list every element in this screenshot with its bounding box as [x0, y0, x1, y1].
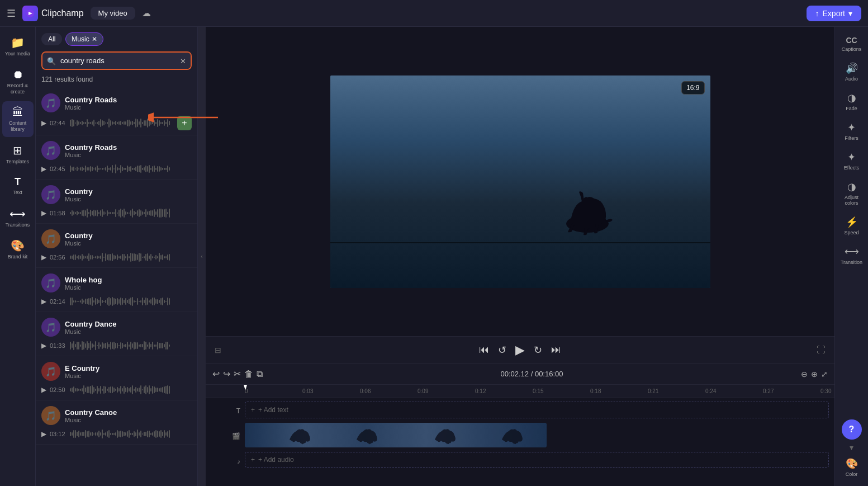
skip-back-button[interactable]: ⏮ [479, 344, 489, 356]
fullscreen-icon[interactable]: ⛶ [817, 345, 826, 355]
music-duration: 02:44 [50, 120, 67, 126]
ruler-mark: 0:12 [475, 388, 486, 394]
horse-silhouette [554, 187, 621, 238]
search-container: 🔍 ✕ [41, 51, 192, 70]
music-play-button[interactable]: ▶ [41, 298, 46, 305]
music-title: Country Canoe [65, 408, 192, 417]
music-item: 🎵 Country Roads Music ▶ 02:45 [36, 135, 197, 180]
results-count: 121 results found [36, 73, 197, 88]
video-track-content[interactable] [245, 423, 834, 450]
music-item-header: 🎵 E Country Music [41, 362, 192, 381]
music-controls: ▶ 02:44 + [41, 116, 192, 130]
clear-search-icon[interactable]: ✕ [180, 56, 186, 65]
export-button[interactable]: ↑ Export ▾ [807, 6, 861, 21]
menu-icon[interactable]: ☰ [7, 7, 16, 20]
music-play-button[interactable]: ▶ [41, 165, 46, 173]
sidebar-label-text: Text [13, 190, 22, 196]
aspect-ratio-badge[interactable]: 16:9 [681, 81, 704, 95]
panel-collapse-handle[interactable]: ‹ [198, 27, 206, 486]
audio-track-content[interactable]: + + Add audio [245, 452, 834, 471]
music-controls: ▶ 03:12 [41, 428, 192, 440]
subtitle-icon[interactable]: ⊟ [215, 346, 221, 355]
ruler-mark: 0:18 [590, 388, 601, 394]
content-panel: All Music ✕ 🔍 ✕ 121 results found 🎵 Coun… [36, 27, 198, 486]
delete-button[interactable]: 🗑 [244, 369, 253, 379]
skip-forward-button[interactable]: ⏭ [551, 344, 561, 356]
music-play-button[interactable]: ▶ [41, 386, 46, 394]
audio-track-row: ♪ + + Add audio [206, 452, 834, 471]
duplicate-button[interactable]: ⧉ [257, 369, 263, 379]
music-title: Country Roads [65, 143, 192, 152]
right-panel-fade[interactable]: ◑ Fade [836, 87, 867, 116]
music-controls: ▶ 01:58 [41, 207, 192, 219]
sidebar-item-brand-kit[interactable]: 🎨 Brand kit [2, 234, 34, 265]
text-track-content[interactable]: + + Add text [245, 402, 834, 421]
add-audio-track[interactable]: + + Add audio [245, 452, 829, 468]
music-title: Country [65, 232, 192, 240]
sidebar-item-your-media[interactable]: 📁 Your media [2, 31, 34, 62]
music-play-button[interactable]: ▶ [41, 253, 46, 261]
video-title[interactable]: My video [91, 7, 135, 20]
music-item-header: 🎵 Country Roads Music [41, 141, 192, 160]
music-waveform [70, 117, 174, 129]
video-clip[interactable] [245, 423, 547, 447]
music-album-icon: 🎵 [41, 318, 60, 337]
right-panel-chevron[interactable]: ▾ [850, 443, 853, 452]
music-play-button[interactable]: ▶ [41, 430, 46, 438]
adjust-colors-icon: ◑ [847, 181, 856, 193]
music-play-button[interactable]: ▶ [41, 119, 46, 127]
sidebar-item-transitions[interactable]: ⟷ Transitions [2, 202, 34, 233]
music-play-button[interactable]: ▶ [41, 209, 46, 217]
right-panel-speed[interactable]: ⚡ Speed [836, 211, 867, 240]
music-item-header: 🎵 Country Roads Music [41, 93, 192, 112]
redo-button[interactable]: ↪ [223, 369, 230, 379]
search-input[interactable] [42, 53, 191, 69]
audio-icon: 🔊 [846, 62, 858, 74]
fast-forward-button[interactable]: ↻ [534, 344, 542, 356]
export-chevron-icon: ▾ [848, 9, 852, 18]
video-track-row: 🎬 [206, 423, 834, 450]
add-text-track[interactable]: + + Add text [245, 402, 829, 418]
text-icon: T [15, 176, 21, 188]
filter-music-tag[interactable]: Music ✕ [65, 32, 103, 46]
sidebar-item-templates[interactable]: ⊞ Templates [2, 139, 34, 169]
music-play-button[interactable]: ▶ [41, 342, 46, 350]
right-panel-color[interactable]: 🎨 Color [836, 453, 867, 482]
sidebar-label-brand-kit: Brand kit [8, 254, 28, 260]
app-name[interactable]: Clipchamp [41, 8, 84, 18]
sidebar-item-content-library[interactable]: 🏛 Content library [2, 101, 34, 137]
play-button[interactable]: ▶ [515, 343, 525, 357]
music-title: E Country [65, 364, 192, 372]
music-item: 🎵 E Country Music ▶ 02:50 [36, 356, 197, 400]
video-area: 16:9 ⊟ ⏮ ↺ ▶ ↻ ⏭ ⛶ ↩ ↪ ✂ 🗑 ⧉ 00:02.12 / … [206, 27, 834, 486]
video-track-label: 🎬 [206, 432, 245, 440]
sync-icon: ☁ [142, 8, 151, 18]
right-panel-transition[interactable]: ⟷ Transition [836, 241, 867, 270]
right-panel-captions[interactable]: CC Captions [836, 31, 867, 56]
music-album-icon: 🎵 [41, 229, 60, 248]
video-preview: 16:9 [206, 27, 834, 336]
sidebar-label-your-media: Your media [5, 51, 30, 57]
audio-track-label: ♪ [206, 457, 245, 465]
cut-button[interactable]: ✂ [234, 369, 241, 379]
svg-rect-3 [245, 423, 547, 447]
undo-button[interactable]: ↩ [212, 369, 220, 379]
rewind-button[interactable]: ↺ [498, 344, 506, 356]
content-library-icon: 🏛 [12, 106, 23, 119]
fit-to-screen-button[interactable]: ⤢ [821, 370, 828, 379]
sidebar-item-text[interactable]: T Text [2, 172, 34, 200]
add-to-timeline-button[interactable]: + [177, 116, 192, 130]
music-category: Music [65, 152, 192, 158]
filter-music-close-icon[interactable]: ✕ [92, 35, 97, 43]
right-panel-adjust-colors[interactable]: ◑ Adjust colors [836, 176, 867, 210]
right-panel-filters[interactable]: ✦ Filters [836, 117, 867, 145]
music-info: Whole hog Music [65, 276, 192, 291]
music-waveform [70, 163, 192, 174]
help-button[interactable]: ? [842, 419, 862, 440]
zoom-in-button[interactable]: ⊕ [811, 370, 818, 379]
right-panel-effects[interactable]: ✦ Effects [836, 147, 867, 175]
zoom-out-button[interactable]: ⊖ [801, 370, 808, 379]
filter-all-button[interactable]: All [41, 33, 62, 45]
sidebar-item-record-create[interactable]: ⏺ Record & create [2, 64, 34, 100]
right-panel-audio[interactable]: 🔊 Audio [836, 58, 867, 86]
